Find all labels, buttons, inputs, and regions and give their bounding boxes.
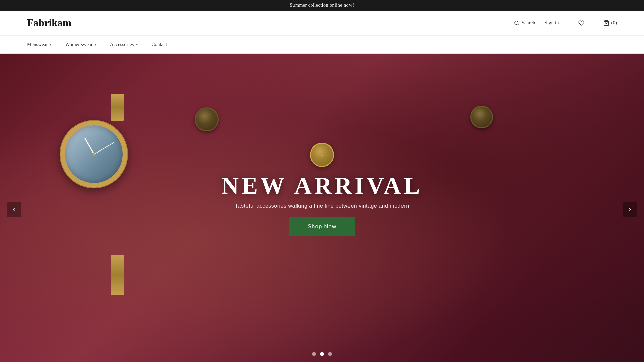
header-divider-2 — [594, 19, 594, 27]
hero-badge-icon: ✦ — [321, 153, 323, 157]
header-divider — [569, 19, 569, 27]
watch-hour-hand — [84, 138, 94, 155]
heart-icon — [578, 20, 584, 26]
chevron-down-icon: ▾ — [95, 42, 97, 47]
announcement-text: Summer collection online now! — [290, 3, 354, 8]
chevron-down-icon: ▾ — [136, 42, 138, 47]
svg-line-1 — [518, 24, 519, 25]
carousel-dot-2[interactable] — [320, 352, 324, 356]
jacket-button-1 — [195, 107, 219, 131]
hero-section: ✦ NEW ARRIVAL Tasteful accessories walki… — [0, 54, 644, 362]
search-icon — [514, 20, 520, 26]
watch-visual — [60, 121, 174, 255]
chevron-down-icon: ▾ — [50, 42, 52, 47]
svg-point-0 — [515, 21, 518, 25]
signin-button[interactable]: Sign in — [545, 20, 559, 26]
search-label: Search — [522, 20, 535, 26]
cart-button[interactable]: (0) — [603, 20, 618, 26]
cart-count: (0) — [611, 20, 618, 26]
nav-accessories-label: Accessories — [110, 42, 134, 47]
carousel-prev-button[interactable]: ‹ — [7, 202, 21, 217]
header-actions: Search Sign in (0) — [514, 19, 617, 27]
watch-band-bottom — [111, 255, 124, 295]
site-header: Fabrikam Search Sign in (0) — [0, 11, 644, 36]
nav-womenswear[interactable]: Womenswear ▾ — [65, 40, 96, 49]
announcement-bar: Summer collection online now! — [0, 0, 644, 11]
wishlist-button[interactable] — [578, 20, 584, 26]
hero-badge: ✦ — [310, 143, 334, 167]
chevron-right-icon: › — [629, 205, 631, 214]
watch-band-top — [111, 94, 124, 121]
nav-contact-label: Contact — [151, 42, 167, 47]
cart-icon — [603, 20, 609, 26]
shop-now-button[interactable]: Shop Now — [289, 217, 355, 236]
chevron-left-icon: ‹ — [13, 205, 15, 214]
hero-subtitle: Tasteful accessories walking a fine line… — [235, 203, 409, 209]
hero-title: NEW ARRIVAL — [221, 174, 423, 198]
hero-content: ✦ NEW ARRIVAL Tasteful accessories walki… — [221, 143, 423, 236]
nav-contact[interactable]: Contact — [151, 40, 167, 49]
carousel-dot-1[interactable] — [312, 352, 316, 356]
signin-label: Sign in — [545, 20, 559, 26]
jacket-button-2 — [470, 106, 493, 128]
nav-womenswear-label: Womenswear — [65, 42, 92, 47]
watch-face — [60, 121, 127, 188]
nav-menswear[interactable]: Menswear ▾ — [27, 40, 52, 49]
main-nav: Menswear ▾ Womenswear ▾ Accessories ▾ Co… — [0, 36, 644, 54]
site-logo[interactable]: Fabrikam — [27, 17, 71, 29]
search-button[interactable]: Search — [514, 20, 535, 26]
carousel-dot-3[interactable] — [328, 352, 332, 356]
watch-minute-hand — [94, 142, 115, 155]
carousel-dots — [312, 352, 332, 356]
nav-menswear-label: Menswear — [27, 42, 48, 47]
nav-accessories[interactable]: Accessories ▾ — [110, 40, 138, 49]
carousel-next-button[interactable]: › — [623, 202, 637, 217]
watch-center — [93, 153, 95, 156]
